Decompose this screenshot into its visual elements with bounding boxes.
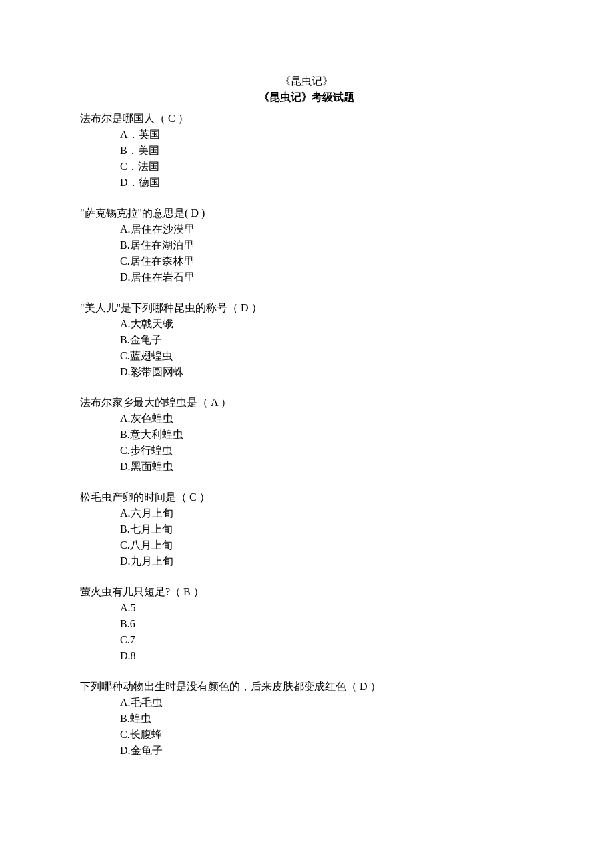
question-block: "美人儿"是下列哪种昆虫的称号（ D ） A.大戟天蛾 B.金龟子 C.蓝翅蝗虫… — [80, 300, 533, 380]
option: A.灰色蝗虫 — [120, 411, 533, 427]
option: B.金龟子 — [120, 332, 533, 348]
option: A.大戟天蛾 — [120, 316, 533, 332]
option: A.六月上旬 — [120, 505, 533, 521]
option: A.居住在沙漠里 — [120, 221, 533, 237]
question-text: 松毛虫产卵的时间是（ C ） — [80, 489, 533, 505]
option: C.居住在森林里 — [120, 253, 533, 269]
option: B．美国 — [120, 143, 533, 159]
option: A．英国 — [120, 127, 533, 143]
question-text: "美人儿"是下列哪种昆虫的称号（ D ） — [80, 300, 533, 316]
option: D.九月上旬 — [120, 553, 533, 569]
option: D.金龟子 — [120, 743, 533, 759]
option: D.8 — [120, 648, 533, 664]
question-block: "萨克锡克拉"的意思是( D ) A.居住在沙漠里 B.居住在湖泊里 C.居住在… — [80, 205, 533, 285]
option: C.八月上旬 — [120, 537, 533, 553]
question-text: 法布尔家乡最大的蝗虫是（ A ） — [80, 395, 533, 411]
document-page: 《昆虫记》 《昆虫记》考级试题 法布尔是哪国人（ C ） A．英国 B．美国 C… — [0, 0, 613, 813]
option: D.黑面蝗虫 — [120, 459, 533, 475]
document-title: 《昆虫记》 — [80, 73, 533, 89]
question-block: 松毛虫产卵的时间是（ C ） A.六月上旬 B.七月上旬 C.八月上旬 D.九月… — [80, 489, 533, 569]
option: B.七月上旬 — [120, 521, 533, 537]
option: B.居住在湖泊里 — [120, 237, 533, 253]
option: C.蓝翅蝗虫 — [120, 348, 533, 364]
option: C．法国 — [120, 159, 533, 175]
options-list: A.六月上旬 B.七月上旬 C.八月上旬 D.九月上旬 — [80, 505, 533, 569]
question-text: 法布尔是哪国人（ C ） — [80, 111, 533, 127]
question-block: 下列哪种动物出生时是没有颜色的，后来皮肤都变成红色（ D ） A.毛毛虫 B.蝗… — [80, 679, 533, 759]
option: A.5 — [120, 600, 533, 616]
question-block: 法布尔是哪国人（ C ） A．英国 B．美国 C．法国 D．德国 — [80, 111, 533, 191]
option: D．德国 — [120, 175, 533, 191]
options-list: A.5 B.6 C.7 D.8 — [80, 600, 533, 664]
options-list: A.毛毛虫 B.蝗虫 C.长腹蜂 D.金龟子 — [80, 695, 533, 759]
options-list: A．英国 B．美国 C．法国 D．德国 — [80, 127, 533, 191]
option: C.步行蝗虫 — [120, 443, 533, 459]
option: D.彩带圆网蛛 — [120, 364, 533, 380]
option: B.蝗虫 — [120, 711, 533, 727]
option: C.7 — [120, 632, 533, 648]
question-block: 法布尔家乡最大的蝗虫是（ A ） A.灰色蝗虫 B.意大利蝗虫 C.步行蝗虫 D… — [80, 395, 533, 475]
options-list: A.灰色蝗虫 B.意大利蝗虫 C.步行蝗虫 D.黑面蝗虫 — [80, 411, 533, 475]
question-text: 萤火虫有几只短足?（ B ） — [80, 584, 533, 600]
option: A.毛毛虫 — [120, 695, 533, 711]
option: D.居住在岩石里 — [120, 269, 533, 285]
option: B.意大利蝗虫 — [120, 427, 533, 443]
options-list: A.大戟天蛾 B.金龟子 C.蓝翅蝗虫 D.彩带圆网蛛 — [80, 316, 533, 380]
option: B.6 — [120, 616, 533, 632]
document-subtitle: 《昆虫记》考级试题 — [80, 89, 533, 105]
question-block: 萤火虫有几只短足?（ B ） A.5 B.6 C.7 D.8 — [80, 584, 533, 664]
options-list: A.居住在沙漠里 B.居住在湖泊里 C.居住在森林里 D.居住在岩石里 — [80, 221, 533, 285]
option: C.长腹蜂 — [120, 727, 533, 743]
question-text: 下列哪种动物出生时是没有颜色的，后来皮肤都变成红色（ D ） — [80, 679, 533, 695]
question-text: "萨克锡克拉"的意思是( D ) — [80, 205, 533, 221]
